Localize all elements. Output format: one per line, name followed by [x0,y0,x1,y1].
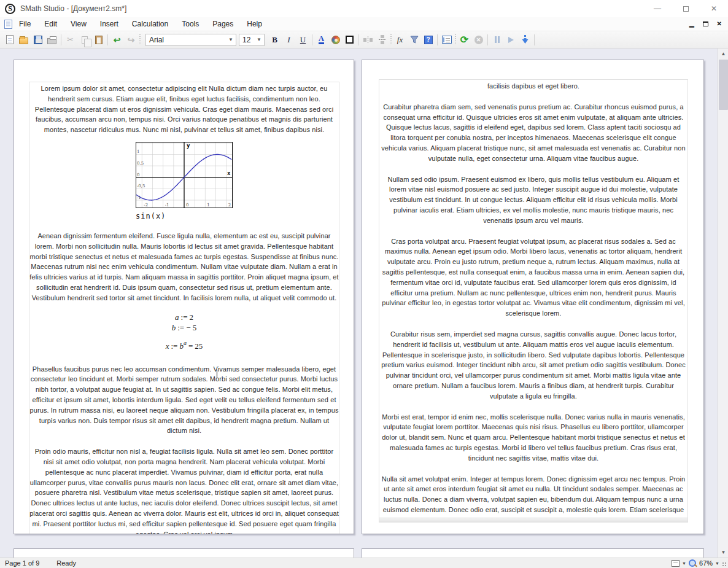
scroll-down-button[interactable]: ▼ [718,547,728,558]
svg-text:y: y [187,142,190,149]
title-bar: S SMath Studio - [Документ2.sm*] — ✕ [0,0,728,17]
chevron-down-icon[interactable]: ▼ [682,561,686,566]
svg-text:0: 0 [137,173,139,177]
bold-button[interactable]: B [268,33,282,47]
document-page-3[interactable] [14,548,354,558]
debug-step-button[interactable] [518,33,532,47]
refresh-icon: ⟳ [460,34,468,45]
document-page-4[interactable] [362,548,704,558]
font-color-button[interactable]: A [314,33,328,47]
menu-edit[interactable]: Edit [37,17,64,31]
redo-button[interactable]: ↪ [124,33,138,47]
text-region-page1[interactable]: Lorem ipsum dolor sit amet, consectetur … [29,82,339,534]
save-button[interactable] [31,33,45,47]
region-resize-strip[interactable] [379,518,687,522]
undo-button[interactable]: ↩ [110,33,124,47]
svg-text:-1: -1 [137,195,141,200]
paragraph: Nullam sed odio ipsum. Praesent euismod … [379,174,687,226]
child-minimize-button[interactable]: ▁ [689,21,694,27]
cut-button[interactable]: ✂ [63,33,77,47]
svg-text:2: 2 [228,203,231,208]
recalculate-button[interactable]: ⟳ [457,33,471,47]
font-size-select[interactable]: 12 ▼ [239,34,265,46]
page-layout-icon[interactable] [672,560,680,567]
run-button[interactable] [504,33,518,47]
math-definition-b: b:=− 5 [29,322,339,333]
open-folder-icon [19,37,28,44]
interrupt-button[interactable]: ✕ [471,33,486,47]
scroll-up-button[interactable]: ▲ [718,49,728,59]
close-button[interactable]: ✕ [700,0,728,17]
child-close-button[interactable]: ✕ [717,21,722,27]
page-indicator: Page 1 of 9 [5,559,39,567]
svg-text:0,5: 0,5 [137,161,144,166]
paragraph: Curabitur pharetra diam sem, sed venenat… [379,102,687,164]
menu-bar: File Edit View Insert Calculation Tools … [0,17,728,31]
font-size-value: 12 [242,36,250,44]
copy-button[interactable] [77,33,91,47]
svg-text:x: x [227,170,231,176]
pause-icon [495,36,500,43]
scrollbar-thumb[interactable] [719,60,728,110]
paragraph: Lorem ipsum dolor sit amet, consectetur … [29,84,339,135]
document-icon [4,20,12,29]
border-icon [346,36,354,44]
list-options-icon [442,36,452,44]
math-region[interactable]: a:=2 b:=− 5 x:=ba=25 [29,312,339,354]
palette-icon [331,36,340,44]
open-button[interactable] [17,33,31,47]
question-mark-icon: ? [424,36,433,44]
font-family-select[interactable]: Arial ▼ [145,34,236,46]
background-color-button[interactable] [328,33,343,47]
app-logo-icon: S [5,4,15,14]
menu-file[interactable]: File [12,17,37,31]
reference-button[interactable]: ? [421,33,435,47]
magnifier-icon[interactable] [689,559,697,567]
menu-view[interactable]: View [64,17,93,31]
undo-arrow-icon: ↩ [114,35,121,45]
svg-text:-1: -1 [165,203,169,208]
child-restore-button[interactable] [703,21,708,26]
math-definition-a: a:=2 [29,312,339,322]
paragraph: Aenean dignissim fermentum eleifend. Fus… [29,231,339,303]
chevron-down-icon[interactable]: ▼ [715,561,719,566]
menu-help[interactable]: Help [240,17,269,31]
paragraph: Morbi est erat, tempor id enim nec, moll… [379,412,687,464]
math-definition-x: x:=ba=25 [29,336,339,354]
new-button[interactable] [2,33,17,47]
print-button[interactable] [45,33,59,47]
minimize-button[interactable]: — [643,0,672,17]
status-bar: Page 1 of 9 Ready ▼ 67% ▼ [0,558,728,568]
resize-grip[interactable] [722,562,727,567]
vertical-scrollbar[interactable]: ▲ ▼ [718,49,728,558]
insert-function-button[interactable]: fx [393,33,407,47]
font-color-icon: A [319,35,324,44]
document-page-2[interactable]: facilisis dapibus et eget libero. Curabi… [362,60,704,534]
paragraph: Curabitur risus sem, imperdiet sed magna… [379,329,687,402]
svg-text:1: 1 [207,203,209,208]
text-region-page2[interactable]: facilisis dapibus et eget libero. Curabi… [379,79,688,523]
align-horizontal-button[interactable] [361,33,375,47]
underline-icon: U [300,35,306,45]
border-button[interactable] [343,33,357,47]
document-workarea: Lorem ipsum dolor sit amet, consectetur … [0,49,728,558]
underline-button[interactable]: U [296,33,310,47]
menu-pages[interactable]: Pages [206,17,240,31]
menu-tools[interactable]: Tools [175,17,206,31]
italic-button[interactable]: I [282,33,296,47]
paste-button[interactable] [91,33,106,47]
sine-plot: 10,50-0,5-1-2-1012yx [136,142,233,208]
zoom-level[interactable]: 67% [699,559,713,567]
maximize-button[interactable] [672,0,700,17]
plot-region[interactable]: 10,50-0,5-1-2-1012yx sin(x) [136,142,233,220]
svg-text:0: 0 [186,203,188,208]
window-title: SMath Studio - [Документ2.sm*] [20,4,126,13]
document-page-1[interactable]: Lorem ipsum dolor sit amet, consectetur … [14,60,354,534]
options-button[interactable] [440,33,454,47]
align-vertical-button[interactable] [375,33,389,47]
filter-button[interactable] [407,33,421,47]
pause-button[interactable] [490,33,504,47]
menu-calculation[interactable]: Calculation [125,17,175,31]
menu-insert[interactable]: Insert [93,17,125,31]
paragraph: Proin odio mauris, efficitur non nisl a,… [29,446,339,534]
